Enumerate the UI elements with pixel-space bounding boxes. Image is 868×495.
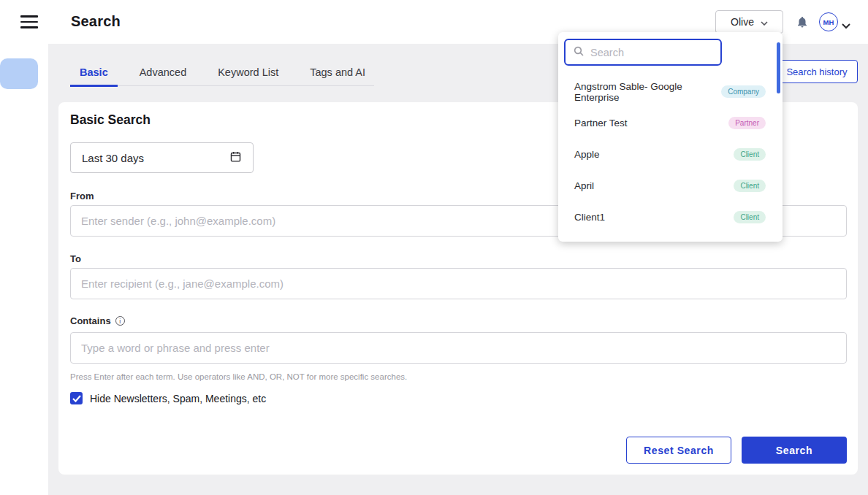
- list-item-name: Client1: [574, 212, 605, 223]
- list-item-name: Apple: [574, 149, 600, 160]
- list-item[interactable]: April Client: [558, 170, 783, 202]
- client-badge: Client: [734, 180, 766, 192]
- hide-newsletters-checkbox[interactable]: [70, 392, 83, 404]
- menu-icon[interactable]: [20, 15, 38, 28]
- date-range-select[interactable]: Last 30 days: [70, 142, 254, 173]
- list-item-name: Partner Test: [574, 118, 628, 128]
- hide-newsletters-label: Hide Newsletters, Spam, Meetings, etc: [90, 393, 266, 404]
- date-range-value: Last 30 days: [82, 152, 144, 164]
- panel-scrollbar-track: [777, 39, 780, 237]
- list-item[interactable]: Partner Test Partner: [558, 107, 783, 139]
- list-item-name: Angstrom Sable- Google Enterprise: [574, 81, 721, 103]
- collapsed-sidebar-handle[interactable]: [0, 58, 38, 89]
- notifications-bell-icon[interactable]: [796, 15, 809, 29]
- contains-input[interactable]: [70, 332, 847, 364]
- contains-helper-text: Press Enter after each term. Use operato…: [70, 372, 407, 381]
- list-item[interactable]: Client1 Client: [558, 202, 783, 233]
- tab-keyword-list[interactable]: Keyword List: [208, 58, 288, 86]
- workspace-search-box: [564, 39, 722, 66]
- list-item[interactable]: Apple Client: [558, 139, 783, 170]
- workspace-selector-label: Olive: [731, 16, 754, 28]
- client-badge: Client: [734, 211, 766, 223]
- info-icon[interactable]: i: [115, 316, 125, 326]
- page-title: Search: [71, 13, 121, 30]
- calendar-icon: [229, 150, 242, 165]
- to-label: To: [70, 253, 81, 264]
- account-chevron-down-icon[interactable]: [842, 19, 850, 32]
- workspace-dropdown-panel: Angstrom Sable- Google Enterprise Compan…: [558, 32, 783, 242]
- panel-scrollbar-thumb[interactable]: [777, 42, 780, 93]
- reset-search-button[interactable]: Reset Search: [626, 437, 731, 464]
- list-item-name: April: [574, 180, 594, 191]
- search-icon: [573, 45, 585, 60]
- search-tabs: Basic Advanced Keyword List Tags and AI: [70, 58, 387, 86]
- card-title: Basic Search: [70, 112, 151, 128]
- company-badge: Company: [721, 85, 766, 98]
- to-input[interactable]: [70, 268, 847, 299]
- from-label: From: [70, 191, 94, 202]
- list-item[interactable]: Angstrom Sable- Google Enterprise Compan…: [558, 76, 783, 107]
- partner-badge: Partner: [728, 117, 766, 129]
- tab-basic[interactable]: Basic: [70, 58, 118, 86]
- chevron-down-icon: [761, 16, 768, 28]
- hide-newsletters-row: Hide Newsletters, Spam, Meetings, etc: [70, 392, 266, 404]
- contains-label: Contains i: [70, 315, 125, 326]
- tab-advanced[interactable]: Advanced: [130, 58, 197, 86]
- workspace-selector[interactable]: Olive: [715, 10, 783, 34]
- contains-label-text: Contains: [70, 315, 111, 326]
- checkmark-icon: [72, 395, 81, 402]
- user-avatar[interactable]: MH: [819, 12, 838, 31]
- client-badge: Client: [734, 148, 766, 161]
- workspace-search-input[interactable]: [590, 47, 713, 58]
- search-history-button[interactable]: Search history: [776, 60, 858, 83]
- search-button[interactable]: Search: [742, 437, 847, 464]
- workspace-list: Angstrom Sable- Google Enterprise Compan…: [558, 76, 783, 233]
- tab-tags-and-ai[interactable]: Tags and AI: [300, 58, 375, 86]
